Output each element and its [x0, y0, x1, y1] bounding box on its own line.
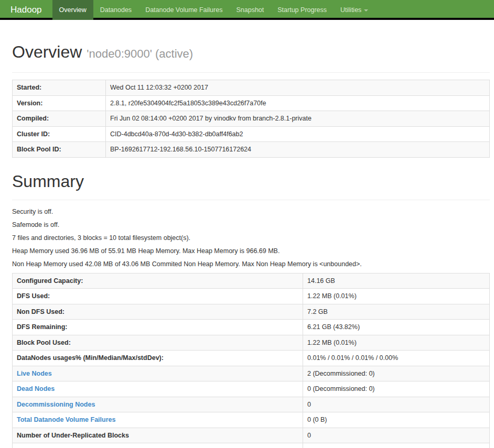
row-label: Total Datanode Volume Failures	[13, 412, 303, 428]
nav-tab-overview[interactable]: Overview	[52, 0, 93, 18]
row-label: Live Nodes	[13, 366, 303, 381]
nav-tab-label: Datanode Volume Failures	[145, 6, 222, 14]
info-table-body: Started:Wed Oct 11 12:03:32 +0200 2017Ve…	[13, 80, 490, 158]
row-value: 0	[303, 428, 490, 443]
nav-tab-utilities[interactable]: Utilities	[334, 0, 375, 18]
table-row: Dead Nodes0 (Decommissioned: 0)	[13, 381, 490, 397]
table-row: Block Pool ID:BP-1692617712-192.168.56.1…	[13, 142, 490, 158]
row-label: Configured Capacity:	[13, 273, 303, 289]
row-label: Dead Nodes	[13, 381, 303, 397]
row-value: 6.21 GB (43.82%)	[303, 320, 490, 335]
table-row: Non DFS Used:7.2 GB	[13, 304, 490, 320]
table-row: Compiled:Fri Jun 02 08:14:00 +0200 2017 …	[13, 111, 490, 127]
row-value: 0	[303, 397, 490, 412]
row-label: Version:	[13, 95, 106, 111]
summary-text-line: Security is off.	[12, 207, 490, 216]
summary-text-line: 7 files and directories, 3 blocks = 10 t…	[12, 234, 490, 243]
row-value: BP-1692617712-192.168.56.10-150771617262…	[106, 142, 490, 158]
nav-tab-link[interactable]: Snapshot	[229, 0, 271, 20]
row-value: Fri Jun 02 08:14:00 +0200 2017 by vinodk…	[106, 111, 490, 127]
nav-tab-link[interactable]: Startup Progress	[271, 0, 334, 20]
nav-tab-label: Startup Progress	[277, 6, 327, 14]
row-label: Block Pool ID:	[13, 142, 106, 158]
row-label: Block Pool Used:	[13, 335, 303, 351]
nav-tab-datanode-volume-failures[interactable]: Datanode Volume Failures	[138, 0, 229, 18]
chevron-down-icon	[364, 9, 368, 12]
page-title-text: Overview	[12, 42, 82, 61]
table-row: Cluster ID:CID-4dbcd40a-870d-4d30-b382-d…	[13, 126, 490, 142]
row-label: Decommissioning Nodes	[13, 397, 303, 412]
row-value: 1.22 MB (0.01%)	[303, 335, 490, 351]
row-value: 2 (Decommissioned: 0)	[303, 366, 490, 381]
summary-divider	[12, 200, 490, 200]
row-value: 1.22 MB (0.01%)	[303, 289, 490, 304]
nav-tab-link[interactable]: Datanodes	[93, 0, 138, 20]
info-table: Started:Wed Oct 11 12:03:32 +0200 2017Ve…	[12, 80, 490, 158]
navbar-brand[interactable]: Hadoop	[0, 0, 52, 18]
table-row: Decommissioning Nodes0	[13, 397, 490, 412]
nav-tab-snapshot[interactable]: Snapshot	[229, 0, 271, 18]
row-label: Non DFS Used:	[13, 304, 303, 320]
nav-tab-label: Datanodes	[100, 6, 132, 14]
table-row: Total Datanode Volume Failures0 (0 B)	[13, 412, 490, 428]
table-row: Configured Capacity:14.16 GB	[13, 273, 490, 289]
row-value: 7.2 GB	[303, 304, 490, 320]
row-label: DFS Used:	[13, 289, 303, 304]
dead-nodes-link[interactable]: Dead Nodes	[17, 385, 55, 392]
decommissioning-nodes-link[interactable]: Decommissioning Nodes	[17, 401, 95, 408]
row-value: 0 (Decommissioned: 0)	[303, 381, 490, 397]
table-row: Live Nodes2 (Decommissioned: 0)	[13, 366, 490, 381]
title-divider	[12, 72, 490, 73]
table-row: DFS Used:1.22 MB (0.01%)	[13, 289, 490, 304]
summary-text-line: Heap Memory used 36.96 MB of 55.91 MB He…	[12, 247, 490, 256]
table-row: Version:2.8.1, r20fe5304904fc2f5a18053c3…	[13, 95, 490, 111]
row-value: 0.01% / 0.01% / 0.01% / 0.00%	[303, 351, 490, 366]
nav-tab-label: Snapshot	[236, 6, 264, 14]
table-row: Number of Blocks Pending Deletion0	[13, 443, 490, 448]
summary-table-body: Configured Capacity:14.16 GBDFS Used:1.2…	[13, 273, 490, 448]
row-value: 0 (0 B)	[303, 412, 490, 428]
table-row: Started:Wed Oct 11 12:03:32 +0200 2017	[13, 80, 490, 96]
row-label: Number of Blocks Pending Deletion	[13, 443, 303, 448]
table-row: Block Pool Used:1.22 MB (0.01%)	[13, 335, 490, 351]
row-value: 0	[303, 443, 490, 448]
summary-text-line: Non Heap Memory used 42.08 MB of 43.06 M…	[12, 260, 490, 269]
nav-tab-link[interactable]: Utilities	[334, 0, 375, 20]
table-row: Number of Under-Replicated Blocks0	[13, 428, 490, 443]
nav-tab-label: Overview	[59, 6, 87, 14]
summary-table: Configured Capacity:14.16 GBDFS Used:1.2…	[12, 273, 490, 448]
live-nodes-link[interactable]: Live Nodes	[17, 370, 52, 377]
total-datanode-volume-failures-link[interactable]: Total Datanode Volume Failures	[17, 416, 115, 423]
navbar: Hadoop OverviewDatanodesDatanode Volume …	[0, 0, 494, 20]
row-label: Compiled:	[13, 111, 106, 127]
row-label: Cluster ID:	[13, 126, 106, 142]
table-row: DFS Remaining:6.21 GB (43.82%)	[13, 320, 490, 335]
row-value: 2.8.1, r20fe5304904fc2f5a18053c389e43cd2…	[106, 95, 490, 111]
page-title: Overview 'node0:9000' (active)	[12, 42, 490, 64]
row-label: DataNodes usages% (Min/Median/Max/stdDev…	[13, 351, 303, 366]
nav-tab-link[interactable]: Overview	[52, 0, 93, 20]
row-label: Number of Under-Replicated Blocks	[13, 428, 303, 443]
page-subtitle: 'node0:9000' (active)	[87, 47, 193, 60]
summary-title: Summary	[12, 171, 490, 191]
main-content: Overview 'node0:9000' (active) Started:W…	[12, 42, 490, 448]
navbar-tabs: OverviewDatanodesDatanode Volume Failure…	[52, 0, 375, 18]
summary-text-line: Safemode is off.	[12, 221, 490, 230]
summary-paragraphs: Security is off.Safemode is off.7 files …	[12, 207, 490, 269]
nav-tab-label: Utilities	[340, 6, 361, 14]
nav-tab-datanodes[interactable]: Datanodes	[93, 0, 138, 18]
row-value: CID-4dbcd40a-870d-4d30-b382-db0aff4f6ab2	[106, 126, 490, 142]
row-label: DFS Remaining:	[13, 320, 303, 335]
row-label: Started:	[13, 80, 106, 96]
row-value: Wed Oct 11 12:03:32 +0200 2017	[106, 80, 490, 96]
row-value: 14.16 GB	[303, 273, 490, 289]
nav-tab-startup-progress[interactable]: Startup Progress	[271, 0, 334, 18]
table-row: DataNodes usages% (Min/Median/Max/stdDev…	[13, 351, 490, 366]
nav-tab-link[interactable]: Datanode Volume Failures	[138, 0, 229, 20]
